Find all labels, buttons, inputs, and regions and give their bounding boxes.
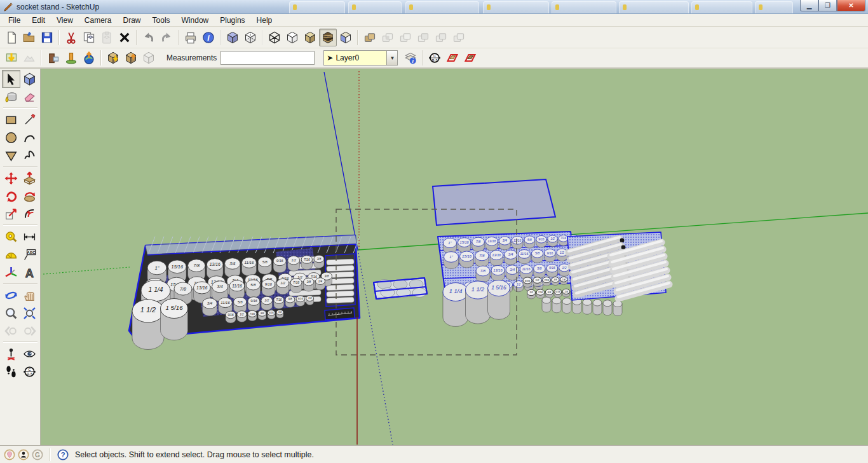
monochrome-button[interactable] (337, 29, 355, 46)
menu-help[interactable]: Help (251, 15, 278, 26)
circle-button[interactable] (2, 128, 20, 146)
position-camera-button[interactable] (2, 345, 20, 363)
model-viewport[interactable]: 1"15/167/813/163/411/165/89/161/27/163/8… (41, 69, 868, 445)
toolbar-divider (422, 50, 423, 66)
print-button[interactable] (182, 29, 200, 46)
freehand-button[interactable] (20, 146, 39, 164)
menu-file[interactable]: File (3, 15, 26, 26)
wireframe-button[interactable] (266, 29, 283, 46)
move-button[interactable] (2, 169, 20, 187)
zoom-button[interactable] (2, 304, 20, 322)
undo-button[interactable] (140, 29, 158, 46)
paste-button[interactable] (98, 29, 116, 46)
union-button[interactable] (397, 29, 414, 46)
follow-me-button[interactable] (20, 187, 39, 205)
svg-text:7/8: 7/8 (180, 286, 186, 292)
svg-text:13/16: 13/16 (210, 262, 220, 266)
menu-draw[interactable]: Draw (118, 15, 147, 26)
protractor-button[interactable] (2, 245, 20, 263)
menu-view[interactable]: View (51, 15, 79, 26)
axes-button[interactable] (2, 263, 20, 281)
eraser-icon (23, 90, 36, 104)
menu-plugins[interactable]: Plugins (214, 15, 250, 26)
svg-text:3/8: 3/8 (306, 280, 311, 284)
offset-button[interactable] (20, 205, 39, 223)
walk-button[interactable] (2, 363, 20, 380)
3d-text-button[interactable]: A (20, 263, 39, 281)
rectangle-button[interactable] (2, 111, 20, 128)
polygon-button[interactable] (2, 146, 20, 164)
section-plane-button[interactable]: CR-5 (20, 363, 39, 380)
close-button[interactable]: ✕ (837, 0, 865, 11)
restore-button[interactable]: ❐ (818, 0, 837, 11)
claim-icon[interactable]: G (32, 449, 43, 460)
arc-button[interactable] (20, 128, 39, 146)
chevron-down-icon[interactable]: ▼ (386, 51, 397, 65)
help-icon[interactable]: ? (57, 449, 69, 460)
add-building-button[interactable] (62, 49, 80, 67)
next-icon (23, 324, 36, 338)
display-section-planes-icon (446, 52, 459, 64)
text-button[interactable]: ABC (20, 245, 39, 263)
back-edges-button[interactable] (241, 29, 259, 46)
line-button[interactable] (20, 111, 39, 128)
subtract-button[interactable] (414, 29, 432, 46)
select-button[interactable] (2, 70, 20, 88)
model-info-button[interactable]: i (200, 29, 217, 46)
zoom-extents-button[interactable] (20, 304, 39, 322)
display-section-cuts-icon (464, 52, 477, 64)
shaded-button[interactable] (301, 29, 319, 46)
new-document-button[interactable] (3, 29, 20, 46)
erase-button[interactable] (116, 29, 133, 46)
menu-tools[interactable]: Tools (147, 15, 176, 26)
look-around-icon (23, 347, 36, 361)
get-models-button[interactable] (104, 49, 122, 67)
menu-edit[interactable]: Edit (26, 15, 51, 26)
xray-button[interactable] (224, 29, 241, 46)
eraser-button[interactable] (20, 88, 39, 106)
intersect-button[interactable] (379, 29, 397, 46)
photo-textures-button[interactable] (44, 49, 62, 67)
undo-icon (142, 31, 155, 44)
display-section-planes-button[interactable] (444, 49, 461, 67)
split-button[interactable] (450, 29, 468, 46)
trim-button[interactable] (432, 29, 450, 46)
hidden-line-button[interactable] (283, 29, 301, 46)
redo-button[interactable] (158, 29, 175, 46)
menu-window[interactable]: Window (176, 15, 215, 26)
layer-select[interactable]: ➤ Layer0 ▼ (323, 50, 398, 66)
svg-text:1 1/2: 1 1/2 (140, 306, 156, 314)
make-component-button[interactable] (20, 70, 39, 88)
paint-bucket-button[interactable] (2, 88, 20, 106)
svg-text:7/8: 7/8 (479, 254, 485, 258)
geolocation-icon[interactable] (4, 449, 15, 460)
attribution-icon[interactable] (18, 449, 29, 460)
menu-camera[interactable]: Camera (79, 15, 118, 26)
add-location-button[interactable] (3, 49, 20, 67)
previous-button[interactable] (2, 322, 20, 340)
outer-shell-button[interactable] (361, 29, 379, 46)
look-around-button[interactable] (20, 345, 39, 363)
copy-button[interactable] (80, 29, 98, 46)
layers-manager-button[interactable]: i (402, 49, 419, 67)
share-component-button[interactable] (140, 49, 158, 67)
preview-google-earth-button[interactable] (80, 49, 98, 67)
shaded-textures-button[interactable] (319, 29, 337, 46)
rotate-button[interactable] (2, 187, 20, 205)
toggle-terrain-button[interactable] (20, 49, 38, 67)
tape-measure-button[interactable] (2, 228, 20, 245)
dimension-button[interactable] (20, 228, 39, 245)
section-plane-button[interactable]: CR-5 (426, 49, 444, 67)
orbit-button[interactable] (2, 286, 20, 304)
cut-button[interactable] (62, 29, 80, 46)
save-button[interactable] (38, 29, 56, 46)
display-section-cuts-button[interactable] (461, 49, 479, 67)
share-model-button[interactable] (122, 49, 140, 67)
minimize-button[interactable]: ▁ (800, 0, 818, 11)
push-pull-button[interactable] (20, 169, 39, 187)
scale-button[interactable] (2, 205, 20, 223)
pan-button[interactable] (20, 286, 39, 304)
next-button[interactable] (20, 322, 39, 340)
open-button[interactable] (20, 29, 38, 46)
measurements-input[interactable] (220, 51, 315, 65)
